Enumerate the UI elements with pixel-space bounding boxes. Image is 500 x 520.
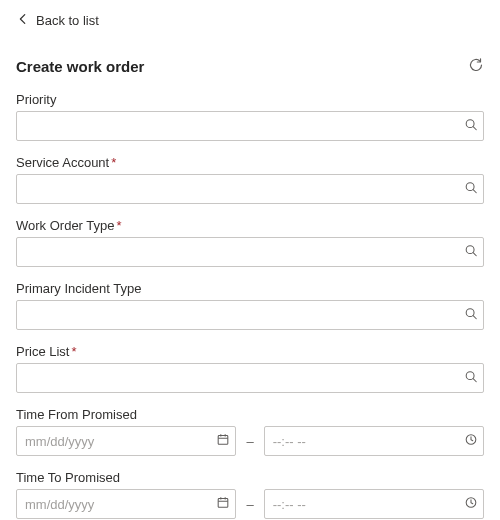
time-from-label: Time From Promised (16, 407, 137, 422)
priority-label: Priority (16, 92, 56, 107)
priority-input[interactable] (16, 111, 484, 141)
back-to-list-label: Back to list (36, 13, 99, 28)
refresh-icon[interactable] (468, 57, 484, 76)
work-order-type-label: Work Order Type (16, 218, 115, 233)
datetime-separator: – (246, 434, 253, 449)
required-mark: * (111, 155, 116, 170)
time-to-label: Time To Promised (16, 470, 120, 485)
work-order-type-input[interactable] (16, 237, 484, 267)
price-list-input[interactable] (16, 363, 484, 393)
back-to-list-link[interactable]: Back to list (16, 12, 99, 29)
time-from-time-input[interactable] (264, 426, 484, 456)
primary-incident-type-input[interactable] (16, 300, 484, 330)
primary-incident-type-label: Primary Incident Type (16, 281, 141, 296)
service-account-input[interactable] (16, 174, 484, 204)
service-account-label: Service Account (16, 155, 109, 170)
time-from-date-input[interactable] (16, 426, 236, 456)
time-to-time-input[interactable] (264, 489, 484, 519)
required-mark: * (117, 218, 122, 233)
time-to-date-input[interactable] (16, 489, 236, 519)
required-mark: * (71, 344, 76, 359)
price-list-label: Price List (16, 344, 69, 359)
arrow-left-icon (16, 12, 30, 29)
page-title: Create work order (16, 58, 144, 75)
datetime-separator: – (246, 497, 253, 512)
